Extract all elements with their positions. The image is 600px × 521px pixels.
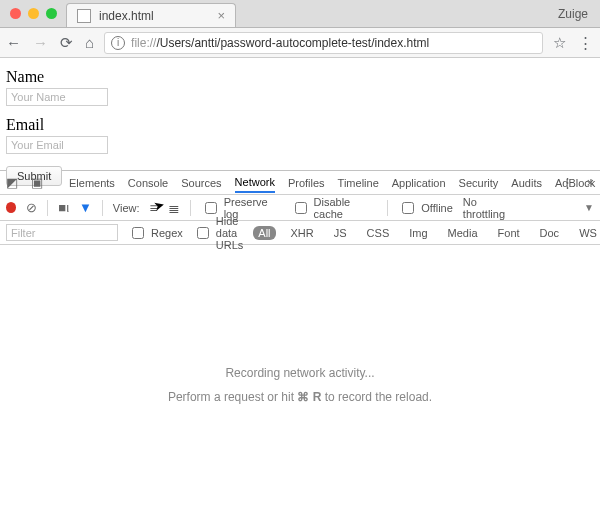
view-label: View: [113, 202, 140, 214]
tab-elements[interactable]: Elements [69, 177, 115, 189]
tab-network[interactable]: Network [235, 176, 275, 193]
disable-cache-checkbox[interactable]: Disable cache [291, 196, 378, 220]
tab-security[interactable]: Security [459, 177, 499, 189]
filter-type-css[interactable]: CSS [362, 226, 395, 240]
filter-type-xhr[interactable]: XHR [286, 226, 319, 240]
address-toolbar: ← → ⟳ ⌂ i file:///Users/antti/password-a… [0, 28, 600, 58]
record-button[interactable] [6, 202, 16, 213]
devtools-close-icon[interactable]: × [586, 175, 594, 190]
favicon-icon [77, 9, 91, 23]
filter-type-font[interactable]: Font [493, 226, 525, 240]
screenshots-icon[interactable]: ■ι [58, 200, 69, 215]
hint-message: Perform a request or hit ⌘ R to record t… [168, 390, 432, 404]
email-label: Email [6, 116, 594, 134]
devtools-tablist: ◩ ▣ Elements Console Sources Network Pro… [0, 171, 600, 195]
name-input[interactable] [6, 88, 108, 106]
minimize-window-button[interactable] [28, 8, 39, 19]
clear-button[interactable]: ⊘ [26, 200, 37, 215]
device-toggle-icon[interactable]: ▣ [31, 175, 43, 190]
tab-application[interactable]: Application [392, 177, 446, 189]
bookmark-star-icon[interactable]: ☆ [553, 34, 566, 52]
profile-button[interactable]: Zuige [558, 7, 588, 21]
nav-buttons: ← → ⟳ ⌂ [6, 35, 94, 50]
page-content: Name Email Submit ➤ [0, 58, 600, 170]
site-info-icon[interactable]: i [111, 36, 125, 50]
filter-input[interactable] [6, 224, 118, 241]
filter-type-media[interactable]: Media [443, 226, 483, 240]
filter-type-all[interactable]: All [253, 226, 275, 240]
throttling-dropdown[interactable]: No throttling ▼ [463, 196, 594, 220]
recording-message: Recording network activity... [225, 366, 374, 380]
window-tab-strip: index.html × Zuige [0, 0, 600, 28]
tab-title: index.html [99, 9, 154, 23]
filter-type-img[interactable]: Img [404, 226, 432, 240]
network-toolbar: ⊘ ■ι ▼ View: ≡ ≣ Preserve log Disable ca… [0, 195, 600, 221]
view-large-icon[interactable]: ≣ [168, 200, 180, 216]
toolbar-right: ☆ ⋮ [553, 34, 594, 52]
back-button[interactable]: ← [6, 35, 21, 50]
tab-sources[interactable]: Sources [181, 177, 221, 189]
reload-button[interactable]: ⟳ [60, 35, 73, 50]
url-text: file:///Users/antti/password-autocomplet… [131, 36, 429, 50]
home-button[interactable]: ⌂ [85, 35, 94, 50]
tab-timeline[interactable]: Timeline [338, 177, 379, 189]
forward-button[interactable]: → [33, 35, 48, 50]
tab-close-icon[interactable]: × [217, 9, 225, 22]
maximize-window-button[interactable] [46, 8, 57, 19]
chevron-down-icon: ▼ [584, 202, 594, 213]
devtools-panel: ◩ ▣ Elements Console Sources Network Pro… [0, 170, 600, 521]
name-label: Name [6, 68, 594, 86]
close-window-button[interactable] [10, 8, 21, 19]
omnibox[interactable]: i file:///Users/antti/password-autocompl… [104, 32, 543, 54]
filter-type-js[interactable]: JS [329, 226, 352, 240]
tab-audits[interactable]: Audits [511, 177, 542, 189]
type-filters: All XHR JS CSS Img Media Font Doc WS Man… [253, 226, 600, 240]
tab-console[interactable]: Console [128, 177, 168, 189]
hide-data-urls-checkbox[interactable]: Hide data URLs [193, 215, 244, 251]
browser-menu-icon[interactable]: ⋮ [578, 34, 592, 52]
regex-checkbox[interactable]: Regex [128, 224, 183, 242]
filter-type-ws[interactable]: WS [574, 226, 600, 240]
devtools-menu-icon[interactable]: ⋮ [561, 175, 574, 190]
filter-type-doc[interactable]: Doc [535, 226, 565, 240]
email-input[interactable] [6, 136, 108, 154]
filter-toggle-icon[interactable]: ▼ [79, 200, 92, 215]
network-filter-bar: Regex Hide data URLs All XHR JS CSS Img … [0, 221, 600, 245]
inspect-element-icon[interactable]: ◩ [6, 175, 18, 190]
browser-tab[interactable]: index.html × [66, 3, 236, 27]
tab-profiles[interactable]: Profiles [288, 177, 325, 189]
offline-checkbox[interactable]: Offline [398, 199, 453, 217]
window-controls [10, 8, 57, 19]
network-empty-state: Recording network activity... Perform a … [0, 245, 600, 521]
